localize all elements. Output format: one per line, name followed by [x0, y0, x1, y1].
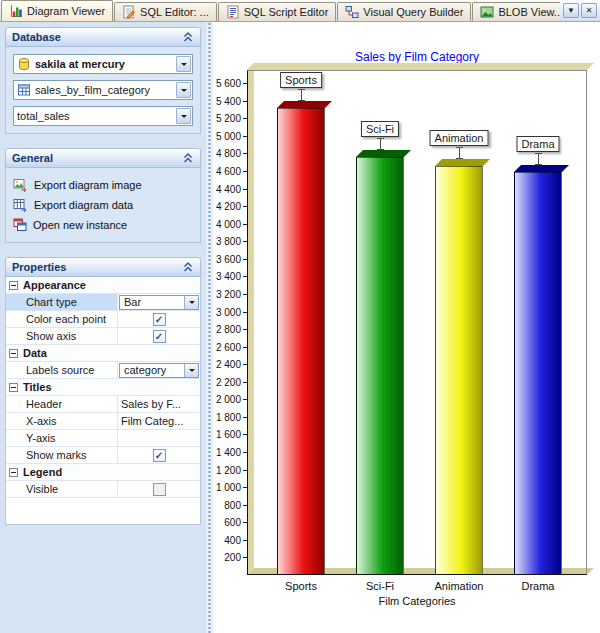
- y-axis-tick-label: 3 800: [213, 236, 241, 247]
- tab-blob-view[interactable]: BLOB View...: [472, 2, 560, 21]
- dropdown-arrow-icon[interactable]: [184, 364, 198, 377]
- tab-diagram-viewer[interactable]: Diagram Viewer: [1, 0, 113, 21]
- checkbox[interactable]: ✓: [153, 449, 166, 462]
- bar-drama[interactable]: [514, 172, 562, 575]
- collapse-box-icon[interactable]: [9, 349, 18, 358]
- splitter[interactable]: [206, 22, 213, 633]
- x-axis-category-label: Animation: [414, 580, 504, 592]
- prop-value[interactable]: ✓: [118, 328, 200, 344]
- prop-label[interactable]: X-axis: [6, 413, 118, 429]
- prop-group-legend[interactable]: Legend: [6, 464, 200, 481]
- prop-group-appearance[interactable]: Appearance: [6, 277, 200, 294]
- app-window: Diagram ViewerSQL Editor: ...SQL Script …: [0, 0, 600, 633]
- collapse-chevron-icon[interactable]: [182, 31, 194, 43]
- collapse-box-icon[interactable]: [9, 281, 18, 290]
- prop-value[interactable]: ✓: [118, 311, 200, 327]
- y-axis-tick: [243, 505, 247, 506]
- export-diagram-data-link[interactable]: Export diagram data: [13, 195, 193, 215]
- bar-sports[interactable]: [277, 108, 325, 575]
- prop-value[interactable]: ✓: [118, 447, 200, 463]
- combo-sales-by-film-category[interactable]: sales_by_film_category: [13, 80, 193, 100]
- prop-label[interactable]: Show axis: [6, 328, 118, 344]
- y-axis-tick: [243, 206, 247, 207]
- tab-close-button[interactable]: ✕: [581, 3, 597, 18]
- tab-list-button[interactable]: ▼: [563, 3, 579, 18]
- prop-value[interactable]: Bar: [118, 294, 200, 310]
- tab-sql-script-editor[interactable]: SQL Script Editor: [218, 2, 337, 21]
- diagram-viewer-canvas[interactable]: Sales by Film Category2004006008001 0001…: [213, 22, 600, 633]
- bar-sci-fi[interactable]: [356, 157, 404, 575]
- collapse-box-icon[interactable]: [9, 383, 18, 392]
- y-axis-tick-label: 3 400: [213, 271, 241, 282]
- dropdown-arrow-icon[interactable]: [176, 108, 191, 124]
- properties-panel-header[interactable]: Properties: [5, 257, 201, 277]
- prop-value[interactable]: category: [118, 362, 200, 378]
- export-diagram-image-link[interactable]: Export diagram image: [13, 175, 193, 195]
- dropdown-arrow-icon[interactable]: [176, 82, 191, 98]
- checkbox[interactable]: ✓: [153, 313, 166, 326]
- bar-top-face: [277, 101, 332, 108]
- group-label: Titles: [23, 381, 52, 393]
- prop-value[interactable]: [118, 430, 200, 446]
- combo-sakila-at-mercury[interactable]: sakila at mercury: [13, 54, 193, 74]
- collapse-box-icon[interactable]: [9, 468, 18, 477]
- bar-animation[interactable]: [435, 166, 483, 575]
- bar-top-face: [514, 165, 569, 172]
- property-grid-filler: [6, 498, 200, 524]
- combo-value: sakila at mercury: [35, 58, 125, 70]
- mark-connector-cap: [298, 89, 305, 90]
- y-axis-tick: [243, 136, 247, 137]
- prop-label[interactable]: Color each point: [6, 311, 118, 327]
- prop-row-header: HeaderSales by F...: [6, 396, 200, 413]
- group-label: Legend: [23, 466, 62, 478]
- sidebar: Database sakila at mercurysales_by_film_…: [0, 22, 206, 633]
- y-axis-tick: [243, 329, 247, 330]
- mark-label[interactable]: Animation: [430, 130, 489, 146]
- prop-label-text: Show axis: [26, 330, 76, 342]
- prop-label[interactable]: Show marks: [6, 447, 118, 463]
- open-new-instance-link[interactable]: Open new instance: [13, 215, 193, 235]
- prop-combo-labels-source[interactable]: category: [119, 363, 199, 378]
- collapse-chevron-icon[interactable]: [182, 152, 194, 164]
- y-axis-tick: [243, 417, 247, 418]
- prop-value[interactable]: Film Categ...: [118, 413, 200, 429]
- dropdown-arrow-icon[interactable]: [176, 56, 191, 72]
- prop-group-data[interactable]: Data: [6, 345, 200, 362]
- properties-panel: Properties AppearanceChart typeBarColor …: [5, 257, 201, 525]
- prop-value[interactable]: Sales by F...: [118, 396, 200, 412]
- prop-label[interactable]: Visible: [6, 481, 118, 497]
- action-label: Open new instance: [33, 219, 127, 231]
- database-panel-header[interactable]: Database: [5, 27, 201, 47]
- mark-label[interactable]: Sports: [280, 72, 322, 88]
- database-panel-title: Database: [12, 31, 61, 43]
- checkbox[interactable]: ✓: [153, 330, 166, 343]
- y-axis-tick-label: 2 800: [213, 324, 241, 335]
- collapse-chevron-icon[interactable]: [182, 261, 194, 273]
- prop-label[interactable]: Chart type: [6, 294, 118, 310]
- y-axis-tick: [243, 452, 247, 453]
- prop-combo-chart-type[interactable]: Bar: [119, 295, 199, 310]
- prop-label[interactable]: Y-axis: [6, 430, 118, 446]
- prop-label[interactable]: Labels source: [6, 362, 118, 378]
- mark-label[interactable]: Sci-Fi: [361, 121, 399, 137]
- y-axis-tick: [243, 189, 247, 190]
- tab-visual-query-builder[interactable]: Visual Query Builder: [337, 2, 471, 21]
- y-axis-tick: [243, 312, 247, 313]
- tab-sql-editor[interactable]: SQL Editor: ...: [114, 2, 217, 21]
- dropdown-arrow-icon[interactable]: [184, 296, 198, 309]
- y-axis-tick-label: 1 400: [213, 447, 241, 458]
- y-axis-tick-label: 1 800: [213, 412, 241, 423]
- general-panel-header[interactable]: General: [5, 148, 201, 168]
- action-label: Export diagram image: [34, 179, 142, 191]
- database-icon: [17, 57, 31, 71]
- combo-total-sales[interactable]: total_sales: [13, 106, 193, 126]
- x-axis-title: Film Categories: [247, 595, 587, 607]
- prop-value[interactable]: [118, 481, 200, 497]
- checkbox[interactable]: [153, 483, 166, 496]
- chart-left-wall: [247, 63, 254, 575]
- y-axis-tick: [243, 153, 247, 154]
- prop-label[interactable]: Header: [6, 396, 118, 412]
- properties-panel-title: Properties: [12, 261, 66, 273]
- prop-group-titles[interactable]: Titles: [6, 379, 200, 396]
- mark-label[interactable]: Drama: [516, 136, 559, 152]
